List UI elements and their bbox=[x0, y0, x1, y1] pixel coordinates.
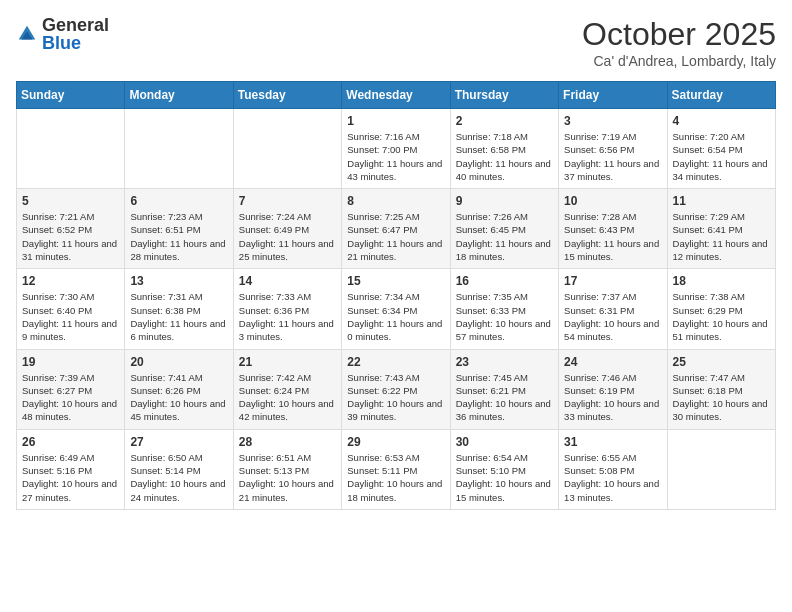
day-info: Sunrise: 7:43 AM Sunset: 6:22 PM Dayligh… bbox=[347, 371, 444, 424]
calendar-cell: 30Sunrise: 6:54 AM Sunset: 5:10 PM Dayli… bbox=[450, 429, 558, 509]
day-number: 2 bbox=[456, 114, 553, 128]
day-number: 14 bbox=[239, 274, 336, 288]
title-block: October 2025 Ca' d'Andrea, Lombardy, Ita… bbox=[582, 16, 776, 69]
day-number: 9 bbox=[456, 194, 553, 208]
calendar-week-row: 5Sunrise: 7:21 AM Sunset: 6:52 PM Daylig… bbox=[17, 189, 776, 269]
calendar-cell: 13Sunrise: 7:31 AM Sunset: 6:38 PM Dayli… bbox=[125, 269, 233, 349]
calendar-week-row: 12Sunrise: 7:30 AM Sunset: 6:40 PM Dayli… bbox=[17, 269, 776, 349]
calendar-cell: 18Sunrise: 7:38 AM Sunset: 6:29 PM Dayli… bbox=[667, 269, 775, 349]
day-number: 18 bbox=[673, 274, 770, 288]
calendar-cell: 9Sunrise: 7:26 AM Sunset: 6:45 PM Daylig… bbox=[450, 189, 558, 269]
day-info: Sunrise: 7:33 AM Sunset: 6:36 PM Dayligh… bbox=[239, 290, 336, 343]
day-number: 7 bbox=[239, 194, 336, 208]
day-info: Sunrise: 7:30 AM Sunset: 6:40 PM Dayligh… bbox=[22, 290, 119, 343]
day-info: Sunrise: 7:41 AM Sunset: 6:26 PM Dayligh… bbox=[130, 371, 227, 424]
day-info: Sunrise: 7:18 AM Sunset: 6:58 PM Dayligh… bbox=[456, 130, 553, 183]
page-header: General Blue October 2025 Ca' d'Andrea, … bbox=[16, 16, 776, 69]
day-info: Sunrise: 7:46 AM Sunset: 6:19 PM Dayligh… bbox=[564, 371, 661, 424]
calendar-cell: 25Sunrise: 7:47 AM Sunset: 6:18 PM Dayli… bbox=[667, 349, 775, 429]
weekday-header: Thursday bbox=[450, 82, 558, 109]
weekday-header: Monday bbox=[125, 82, 233, 109]
calendar-week-row: 1Sunrise: 7:16 AM Sunset: 7:00 PM Daylig… bbox=[17, 109, 776, 189]
day-number: 8 bbox=[347, 194, 444, 208]
calendar-cell bbox=[667, 429, 775, 509]
calendar-cell: 17Sunrise: 7:37 AM Sunset: 6:31 PM Dayli… bbox=[559, 269, 667, 349]
weekday-header: Wednesday bbox=[342, 82, 450, 109]
day-info: Sunrise: 7:37 AM Sunset: 6:31 PM Dayligh… bbox=[564, 290, 661, 343]
calendar-cell: 7Sunrise: 7:24 AM Sunset: 6:49 PM Daylig… bbox=[233, 189, 341, 269]
calendar-cell bbox=[17, 109, 125, 189]
day-number: 17 bbox=[564, 274, 661, 288]
day-info: Sunrise: 7:21 AM Sunset: 6:52 PM Dayligh… bbox=[22, 210, 119, 263]
calendar-cell: 26Sunrise: 6:49 AM Sunset: 5:16 PM Dayli… bbox=[17, 429, 125, 509]
weekday-header: Tuesday bbox=[233, 82, 341, 109]
calendar-cell: 2Sunrise: 7:18 AM Sunset: 6:58 PM Daylig… bbox=[450, 109, 558, 189]
day-number: 1 bbox=[347, 114, 444, 128]
calendar-cell: 21Sunrise: 7:42 AM Sunset: 6:24 PM Dayli… bbox=[233, 349, 341, 429]
calendar-cell: 8Sunrise: 7:25 AM Sunset: 6:47 PM Daylig… bbox=[342, 189, 450, 269]
day-info: Sunrise: 7:28 AM Sunset: 6:43 PM Dayligh… bbox=[564, 210, 661, 263]
logo-icon bbox=[16, 23, 38, 45]
day-number: 23 bbox=[456, 355, 553, 369]
logo: General Blue bbox=[16, 16, 109, 52]
day-info: Sunrise: 6:51 AM Sunset: 5:13 PM Dayligh… bbox=[239, 451, 336, 504]
day-number: 29 bbox=[347, 435, 444, 449]
day-info: Sunrise: 7:24 AM Sunset: 6:49 PM Dayligh… bbox=[239, 210, 336, 263]
day-number: 3 bbox=[564, 114, 661, 128]
weekday-header: Saturday bbox=[667, 82, 775, 109]
calendar-cell: 31Sunrise: 6:55 AM Sunset: 5:08 PM Dayli… bbox=[559, 429, 667, 509]
calendar-cell: 28Sunrise: 6:51 AM Sunset: 5:13 PM Dayli… bbox=[233, 429, 341, 509]
day-number: 22 bbox=[347, 355, 444, 369]
calendar-cell: 20Sunrise: 7:41 AM Sunset: 6:26 PM Dayli… bbox=[125, 349, 233, 429]
day-info: Sunrise: 7:45 AM Sunset: 6:21 PM Dayligh… bbox=[456, 371, 553, 424]
month-year-title: October 2025 bbox=[582, 16, 776, 53]
day-info: Sunrise: 7:38 AM Sunset: 6:29 PM Dayligh… bbox=[673, 290, 770, 343]
day-number: 4 bbox=[673, 114, 770, 128]
calendar-cell bbox=[125, 109, 233, 189]
day-number: 21 bbox=[239, 355, 336, 369]
calendar-cell: 1Sunrise: 7:16 AM Sunset: 7:00 PM Daylig… bbox=[342, 109, 450, 189]
calendar-cell: 15Sunrise: 7:34 AM Sunset: 6:34 PM Dayli… bbox=[342, 269, 450, 349]
weekday-header: Sunday bbox=[17, 82, 125, 109]
calendar-cell: 5Sunrise: 7:21 AM Sunset: 6:52 PM Daylig… bbox=[17, 189, 125, 269]
day-info: Sunrise: 6:55 AM Sunset: 5:08 PM Dayligh… bbox=[564, 451, 661, 504]
day-number: 27 bbox=[130, 435, 227, 449]
weekday-header: Friday bbox=[559, 82, 667, 109]
calendar-cell: 6Sunrise: 7:23 AM Sunset: 6:51 PM Daylig… bbox=[125, 189, 233, 269]
calendar-cell: 16Sunrise: 7:35 AM Sunset: 6:33 PM Dayli… bbox=[450, 269, 558, 349]
day-number: 12 bbox=[22, 274, 119, 288]
calendar-cell: 10Sunrise: 7:28 AM Sunset: 6:43 PM Dayli… bbox=[559, 189, 667, 269]
day-info: Sunrise: 6:50 AM Sunset: 5:14 PM Dayligh… bbox=[130, 451, 227, 504]
day-number: 20 bbox=[130, 355, 227, 369]
day-info: Sunrise: 7:19 AM Sunset: 6:56 PM Dayligh… bbox=[564, 130, 661, 183]
calendar-cell: 24Sunrise: 7:46 AM Sunset: 6:19 PM Dayli… bbox=[559, 349, 667, 429]
day-info: Sunrise: 7:35 AM Sunset: 6:33 PM Dayligh… bbox=[456, 290, 553, 343]
day-info: Sunrise: 7:39 AM Sunset: 6:27 PM Dayligh… bbox=[22, 371, 119, 424]
day-info: Sunrise: 7:34 AM Sunset: 6:34 PM Dayligh… bbox=[347, 290, 444, 343]
day-info: Sunrise: 7:42 AM Sunset: 6:24 PM Dayligh… bbox=[239, 371, 336, 424]
day-info: Sunrise: 6:49 AM Sunset: 5:16 PM Dayligh… bbox=[22, 451, 119, 504]
day-number: 15 bbox=[347, 274, 444, 288]
calendar-cell: 12Sunrise: 7:30 AM Sunset: 6:40 PM Dayli… bbox=[17, 269, 125, 349]
calendar-cell: 22Sunrise: 7:43 AM Sunset: 6:22 PM Dayli… bbox=[342, 349, 450, 429]
day-number: 24 bbox=[564, 355, 661, 369]
day-number: 11 bbox=[673, 194, 770, 208]
weekday-header-row: SundayMondayTuesdayWednesdayThursdayFrid… bbox=[17, 82, 776, 109]
calendar-cell: 23Sunrise: 7:45 AM Sunset: 6:21 PM Dayli… bbox=[450, 349, 558, 429]
day-number: 19 bbox=[22, 355, 119, 369]
day-info: Sunrise: 7:31 AM Sunset: 6:38 PM Dayligh… bbox=[130, 290, 227, 343]
calendar-cell: 27Sunrise: 6:50 AM Sunset: 5:14 PM Dayli… bbox=[125, 429, 233, 509]
day-info: Sunrise: 7:25 AM Sunset: 6:47 PM Dayligh… bbox=[347, 210, 444, 263]
day-info: Sunrise: 7:47 AM Sunset: 6:18 PM Dayligh… bbox=[673, 371, 770, 424]
calendar-cell: 3Sunrise: 7:19 AM Sunset: 6:56 PM Daylig… bbox=[559, 109, 667, 189]
day-info: Sunrise: 7:29 AM Sunset: 6:41 PM Dayligh… bbox=[673, 210, 770, 263]
day-number: 6 bbox=[130, 194, 227, 208]
calendar-cell bbox=[233, 109, 341, 189]
calendar-cell: 19Sunrise: 7:39 AM Sunset: 6:27 PM Dayli… bbox=[17, 349, 125, 429]
calendar-cell: 4Sunrise: 7:20 AM Sunset: 6:54 PM Daylig… bbox=[667, 109, 775, 189]
day-number: 13 bbox=[130, 274, 227, 288]
day-info: Sunrise: 7:23 AM Sunset: 6:51 PM Dayligh… bbox=[130, 210, 227, 263]
logo-blue: Blue bbox=[42, 34, 109, 52]
calendar-cell: 11Sunrise: 7:29 AM Sunset: 6:41 PM Dayli… bbox=[667, 189, 775, 269]
day-info: Sunrise: 6:54 AM Sunset: 5:10 PM Dayligh… bbox=[456, 451, 553, 504]
